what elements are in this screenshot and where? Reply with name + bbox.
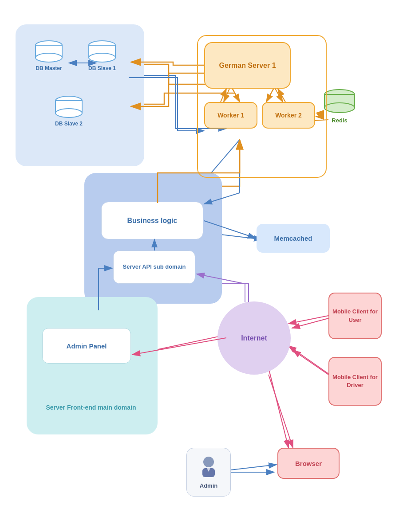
svg-line-14 bbox=[288, 315, 333, 324]
admin-figure: Admin bbox=[186, 448, 231, 497]
german-server: German Server 1 bbox=[204, 42, 291, 89]
svg-line-42 bbox=[278, 89, 285, 102]
svg-point-20 bbox=[36, 53, 62, 62]
db-slave2: DB Slave 2 bbox=[49, 95, 89, 140]
svg-line-47 bbox=[292, 318, 328, 328]
svg-point-26 bbox=[55, 109, 82, 117]
svg-line-40 bbox=[221, 89, 226, 102]
svg-line-15 bbox=[288, 346, 333, 377]
server-api: Server API sub domain bbox=[113, 250, 195, 284]
svg-point-29 bbox=[324, 103, 355, 113]
db-slave1: DB Slave 1 bbox=[82, 40, 122, 84]
frontend-group-label: Server Front-end main domain bbox=[36, 403, 146, 412]
svg-line-48 bbox=[293, 350, 328, 375]
svg-line-49 bbox=[231, 465, 277, 470]
db-master: DB Master bbox=[29, 40, 69, 84]
worker2: Worker 2 bbox=[262, 102, 315, 129]
svg-point-23 bbox=[89, 53, 115, 62]
memcached: Memcached bbox=[257, 224, 330, 253]
admin-panel: Admin Panel bbox=[42, 328, 131, 364]
internet: Internet bbox=[217, 301, 291, 375]
mobile-client-driver: Mobile Client for Driver bbox=[328, 357, 382, 406]
mobile-client-user: Mobile Client for User bbox=[328, 293, 382, 339]
admin-icon bbox=[197, 455, 220, 481]
worker1: Worker 1 bbox=[204, 102, 257, 129]
frontend-group bbox=[27, 297, 158, 434]
svg-line-41 bbox=[275, 89, 283, 102]
svg-line-16 bbox=[266, 359, 288, 448]
svg-point-30 bbox=[203, 457, 214, 467]
browser: Browser bbox=[277, 448, 340, 479]
business-logic: Business logic bbox=[101, 202, 203, 239]
svg-line-39 bbox=[224, 89, 229, 102]
redis: Redis bbox=[320, 89, 360, 137]
diagram: DB Master DB Slave 1 DB Slave 2 German S… bbox=[0, 0, 407, 532]
